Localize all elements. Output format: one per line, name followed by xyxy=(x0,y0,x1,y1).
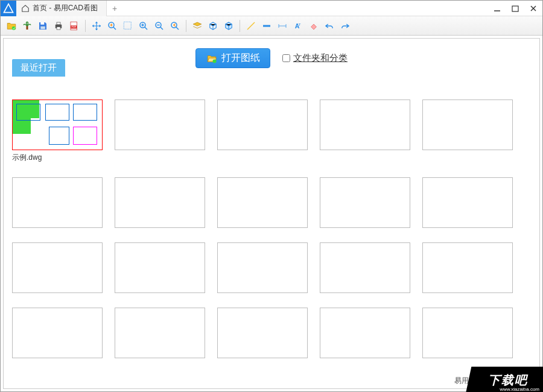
box-icon[interactable] xyxy=(206,19,220,33)
minimize-button[interactable] xyxy=(492,3,503,14)
svg-text:PDF: PDF xyxy=(72,26,77,28)
file-thumbnail[interactable] xyxy=(217,242,308,293)
svg-rect-24 xyxy=(263,25,270,27)
thumb-cell xyxy=(320,100,410,163)
svg-line-22 xyxy=(176,27,179,30)
maximize-button[interactable] xyxy=(510,3,521,14)
file-thumbnail[interactable] xyxy=(115,242,205,293)
recent-tab[interactable]: 最近打开 xyxy=(12,59,65,77)
thumb-cell xyxy=(115,100,205,163)
app-window: 首页 - 易用CAD看图 + PDF AT xyxy=(0,0,543,392)
point-icon[interactable] xyxy=(259,19,274,33)
app-logo xyxy=(1,1,16,16)
svg-line-15 xyxy=(113,27,116,30)
file-thumbnail[interactable] xyxy=(12,100,103,150)
window-controls xyxy=(492,1,539,16)
file-thumbnail[interactable] xyxy=(320,100,410,150)
line-icon[interactable] xyxy=(244,19,258,33)
toolbar-separator xyxy=(186,20,186,32)
file-thumbnail[interactable] xyxy=(115,308,205,358)
svg-line-20 xyxy=(160,27,164,30)
thumb-cell xyxy=(320,177,410,228)
content-area: 打开图纸 文件夹和分类 最近打开 示例.dwg 易用CAD: www.yiyon… xyxy=(3,38,540,389)
svg-rect-6 xyxy=(40,22,44,25)
thumb-cell xyxy=(115,177,205,228)
thumb-cell xyxy=(217,242,308,293)
open-file-icon[interactable] xyxy=(4,19,19,33)
thumb-cell xyxy=(422,242,513,293)
cube-icon[interactable] xyxy=(221,19,236,33)
svg-point-4 xyxy=(12,26,16,30)
open-button-label: 打开图纸 xyxy=(221,52,260,65)
thumb-cell xyxy=(217,100,308,163)
thumb-cell xyxy=(320,308,410,358)
toolbar-separator xyxy=(85,20,86,32)
tab-title: 首页 - 易用CAD看图 xyxy=(33,3,98,13)
file-thumbnail[interactable] xyxy=(12,177,103,228)
thumb-cell xyxy=(115,242,205,293)
svg-text:T: T xyxy=(299,23,301,27)
tab-home[interactable]: 首页 - 易用CAD看图 xyxy=(16,1,107,16)
open-drawing-button[interactable]: 打开图纸 xyxy=(195,48,270,68)
print-icon[interactable] xyxy=(51,19,66,33)
folder-class-toggle[interactable]: 文件夹和分类 xyxy=(282,52,348,64)
file-thumbnail[interactable] xyxy=(422,308,513,358)
undo-icon[interactable] xyxy=(322,19,337,33)
thumb-cell xyxy=(422,308,513,358)
palm-icon[interactable] xyxy=(20,19,34,33)
pan-icon[interactable] xyxy=(89,19,104,33)
folder-class-checkbox[interactable] xyxy=(282,54,290,62)
file-thumbnail[interactable] xyxy=(217,177,308,228)
file-thumbnail[interactable] xyxy=(422,100,513,150)
svg-rect-9 xyxy=(57,22,60,25)
file-thumbnail[interactable] xyxy=(217,308,308,358)
file-thumbnail[interactable] xyxy=(115,100,205,150)
thumb-cell xyxy=(320,242,410,293)
svg-rect-7 xyxy=(40,26,45,29)
thumb-cell xyxy=(12,308,103,358)
file-thumbnail[interactable] xyxy=(12,242,103,293)
svg-line-23 xyxy=(247,22,255,30)
titlebar: 首页 - 易用CAD看图 + xyxy=(1,1,542,16)
recent-grid: 示例.dwg xyxy=(12,100,531,358)
zoom-fit-icon[interactable] xyxy=(105,19,119,33)
watermark-sub: www.xiazaiba.com xyxy=(500,387,539,392)
zoom-window-icon[interactable] xyxy=(121,19,135,33)
redo-icon[interactable] xyxy=(338,19,352,33)
tab-add-button[interactable]: + xyxy=(107,4,122,13)
file-thumbnail[interactable] xyxy=(320,177,410,228)
thumb-cell xyxy=(422,100,513,163)
zoom-in-icon[interactable] xyxy=(136,19,151,33)
file-thumbnail[interactable] xyxy=(115,177,205,228)
svg-rect-10 xyxy=(57,27,60,30)
text-icon[interactable]: AT xyxy=(291,19,305,33)
file-thumbnail[interactable] xyxy=(320,308,410,358)
file-thumbnail[interactable] xyxy=(422,177,513,228)
top-actions: 打开图纸 文件夹和分类 xyxy=(12,48,531,68)
file-name-label: 示例.dwg xyxy=(12,153,103,163)
svg-rect-5 xyxy=(27,26,28,30)
file-thumbnail[interactable] xyxy=(422,242,513,293)
folder-open-icon xyxy=(206,53,218,64)
zoom-out-icon[interactable] xyxy=(152,19,167,33)
svg-line-18 xyxy=(145,27,148,30)
pdf-icon[interactable]: PDF xyxy=(67,19,81,33)
thumb-cell xyxy=(12,177,103,228)
thumb-cell: 示例.dwg xyxy=(12,100,103,163)
erase-icon[interactable] xyxy=(306,19,321,33)
thumb-cell xyxy=(422,177,513,228)
thumb-cell xyxy=(115,308,205,358)
thumb-cell xyxy=(217,308,308,358)
svg-rect-16 xyxy=(124,22,131,29)
save-icon[interactable] xyxy=(36,19,50,33)
zoom-prev-icon[interactable] xyxy=(168,19,182,33)
layer-icon[interactable] xyxy=(190,19,205,33)
svg-rect-1 xyxy=(512,6,518,11)
dimension-icon[interactable] xyxy=(275,19,290,33)
file-thumbnail[interactable] xyxy=(12,308,103,358)
toolbar: PDF AT xyxy=(1,16,542,36)
close-button[interactable] xyxy=(528,3,539,14)
file-thumbnail[interactable] xyxy=(217,100,308,150)
file-thumbnail[interactable] xyxy=(320,242,410,293)
svg-point-30 xyxy=(213,59,217,63)
